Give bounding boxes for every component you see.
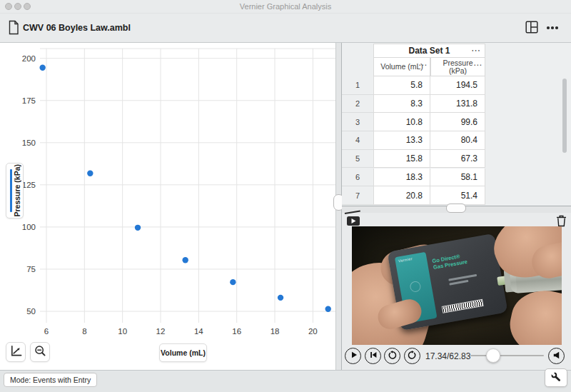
column-menu-icon[interactable]: ⋯ bbox=[473, 61, 482, 69]
video-seek-slider[interactable] bbox=[470, 355, 544, 356]
graph-tools-button[interactable] bbox=[6, 342, 26, 362]
row-number: 5 bbox=[342, 150, 373, 169]
document-filename: CWV 06 Boyles Law.ambl bbox=[23, 23, 131, 33]
graph-tools-icon bbox=[9, 344, 23, 360]
window-title: Vernier Graphical Analysis bbox=[0, 2, 571, 11]
rotate-cw-icon bbox=[408, 351, 417, 362]
x-axis-label-button[interactable]: Volume (mL) bbox=[159, 343, 207, 362]
dot-icon bbox=[555, 26, 558, 29]
mode-button[interactable]: Mode: Events with Entry bbox=[4, 373, 97, 387]
video-seek-knob[interactable] bbox=[486, 348, 500, 363]
svg-text:16: 16 bbox=[232, 327, 241, 336]
svg-text:50: 50 bbox=[26, 307, 36, 316]
pressure-cell[interactable]: 131.8 bbox=[430, 95, 485, 114]
volume-cell[interactable]: 8.3 bbox=[373, 95, 430, 114]
row-number: 1 bbox=[342, 76, 373, 95]
zoom-fit-icon bbox=[34, 344, 47, 360]
row-number: 3 bbox=[342, 113, 373, 131]
skip-start-icon bbox=[369, 351, 378, 361]
graph-panel: 507510012515017520068101214161820 Pressu… bbox=[0, 43, 335, 370]
step-back-button[interactable] bbox=[384, 348, 400, 364]
data-point[interactable] bbox=[278, 295, 283, 301]
movie-icon bbox=[350, 216, 357, 226]
horizontal-divider-handle[interactable] bbox=[446, 203, 466, 213]
data-point[interactable] bbox=[39, 64, 45, 70]
dataset-header[interactable]: Data Set 1 ⋯ bbox=[373, 44, 485, 58]
row-number: 2 bbox=[342, 95, 373, 114]
data-point[interactable] bbox=[230, 279, 236, 285]
sensor-emblem bbox=[409, 281, 421, 293]
main-content: 507510012515017520068101214161820 Pressu… bbox=[0, 43, 571, 370]
wrench-icon bbox=[550, 371, 562, 385]
svg-text:20: 20 bbox=[308, 327, 318, 336]
volume-cell[interactable]: 15.8 bbox=[373, 150, 430, 169]
svg-text:10: 10 bbox=[118, 327, 127, 336]
column-header-pressure[interactable]: Pressure(kPa)⋯ bbox=[430, 58, 485, 76]
table-row: 15.8194.5 bbox=[342, 76, 485, 95]
volume-button[interactable] bbox=[548, 348, 565, 364]
data-point[interactable] bbox=[87, 171, 93, 176]
data-point[interactable] bbox=[325, 306, 331, 311]
pressure-cell[interactable]: 80.4 bbox=[430, 131, 485, 150]
skip-to-start-button[interactable] bbox=[365, 348, 381, 364]
volume-cell[interactable]: 13.3 bbox=[373, 131, 430, 150]
pressure-cell[interactable]: 67.3 bbox=[430, 150, 485, 169]
document-icon bbox=[8, 20, 19, 38]
view-layout-button[interactable] bbox=[525, 21, 539, 35]
svg-text:6: 6 bbox=[44, 327, 49, 336]
video-source-button[interactable] bbox=[347, 216, 360, 226]
pressure-cell[interactable]: 99.6 bbox=[430, 113, 485, 131]
video-panel: Vernier Go Direct® Gas Pressure bbox=[342, 213, 571, 370]
statusbar: Mode: Events with Entry bbox=[0, 370, 571, 392]
volume-cell[interactable]: 5.8 bbox=[373, 76, 430, 95]
zoom-to-fit-button[interactable] bbox=[30, 342, 50, 362]
pressure-cell[interactable]: 51.4 bbox=[430, 186, 485, 205]
sensor-barcode bbox=[442, 299, 484, 313]
scatter-plot[interactable]: 507510012515017520068101214161820 bbox=[0, 43, 335, 343]
pressure-cell[interactable]: 58.1 bbox=[430, 169, 485, 187]
y-axis-label: Pressure (kPa) bbox=[13, 164, 21, 217]
series-color-accent bbox=[10, 169, 12, 212]
table-row: 413.380.4 bbox=[342, 131, 485, 150]
data-point[interactable] bbox=[135, 225, 141, 231]
dot-icon bbox=[547, 26, 550, 29]
table-row: 515.867.3 bbox=[342, 150, 485, 169]
column-menu-icon[interactable]: ⋯ bbox=[418, 61, 427, 69]
right-hand-palm bbox=[505, 284, 562, 345]
sensor-brand-text: Vernier bbox=[398, 256, 413, 263]
column-header-volume[interactable]: Volume (mL)⋯ bbox=[373, 58, 430, 76]
pressure-cell[interactable]: 194.5 bbox=[430, 76, 485, 95]
table-row: 618.358.1 bbox=[342, 169, 485, 187]
table-row: 720.851.4 bbox=[342, 186, 485, 205]
y-axis-label-button[interactable]: Pressure (kPa) bbox=[6, 163, 24, 218]
sensor-spec-text bbox=[449, 280, 468, 286]
more-options-button[interactable] bbox=[544, 21, 561, 35]
volume-cell[interactable]: 10.8 bbox=[373, 113, 430, 131]
dataset-menu-icon[interactable]: ⋯ bbox=[471, 45, 480, 56]
table-scrollbar[interactable] bbox=[562, 79, 567, 153]
play-button[interactable] bbox=[345, 348, 361, 364]
rotate-ccw-icon bbox=[388, 351, 397, 362]
svg-text:18: 18 bbox=[271, 327, 280, 336]
table-row: 310.899.6 bbox=[342, 113, 485, 131]
play-icon bbox=[349, 351, 358, 361]
data-point[interactable] bbox=[182, 257, 188, 263]
step-forward-button[interactable] bbox=[404, 348, 420, 364]
dataset-title: Data Set 1 bbox=[408, 46, 450, 56]
svg-text:8: 8 bbox=[82, 327, 86, 336]
video-time-label: 17.34/62.83 bbox=[425, 351, 470, 361]
settings-wrench-button[interactable] bbox=[545, 368, 567, 387]
row-number: 6 bbox=[342, 169, 373, 187]
svg-text:12: 12 bbox=[156, 327, 166, 336]
titlebar: Vernier Graphical Analysis bbox=[0, 0, 571, 14]
svg-text:75: 75 bbox=[26, 265, 36, 273]
dot-icon bbox=[551, 26, 554, 29]
volume-cell[interactable]: 18.3 bbox=[373, 169, 430, 187]
svg-text:14: 14 bbox=[194, 327, 203, 336]
layout-icon bbox=[525, 25, 538, 36]
video-frame[interactable]: Vernier Go Direct® Gas Pressure bbox=[352, 226, 562, 345]
toolbar: CWV 06 Boyles Law.ambl bbox=[0, 14, 571, 43]
volume-cell[interactable]: 20.8 bbox=[373, 186, 430, 205]
table-row: 28.3131.8 bbox=[342, 95, 485, 114]
speaker-icon bbox=[552, 351, 561, 362]
